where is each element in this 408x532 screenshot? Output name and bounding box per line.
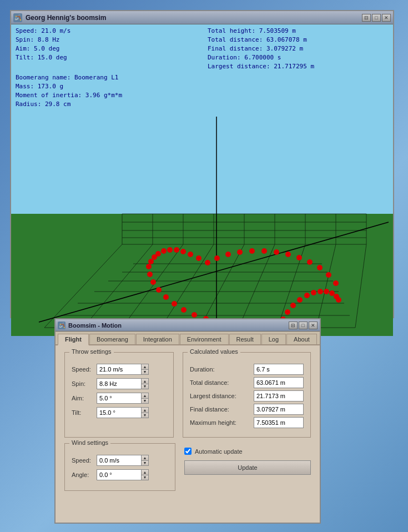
tilt-spinner: ▲ ▼ bbox=[141, 407, 149, 418]
aim-field-row: Aim: ▲ ▼ bbox=[72, 393, 167, 404]
wind-angle-spinner: ▲ ▼ bbox=[141, 469, 149, 480]
aim-spinner-up[interactable]: ▲ bbox=[142, 393, 148, 399]
aim-input[interactable] bbox=[97, 393, 141, 404]
aim-spinner-down[interactable]: ▼ bbox=[142, 399, 148, 404]
speed-label: Speed: bbox=[72, 366, 97, 373]
sim-info-bottom: Boomerang name: Boomerang L1 Mass: 173.0… bbox=[11, 73, 393, 111]
sim-window-title: Georg Hennig's boomsim bbox=[26, 14, 362, 22]
motion-minimize-button[interactable]: ⊟ bbox=[289, 322, 298, 329]
tabs-bar: Flight Boomerang Integration Environment… bbox=[56, 332, 320, 345]
sim-info-bar: Speed: 21.0 m/s Spin: 8.8 Hz Aim: 5.0 de… bbox=[11, 24, 393, 73]
wind-speed-spinner-up[interactable]: ▲ bbox=[142, 455, 148, 461]
spin-input[interactable] bbox=[97, 378, 141, 389]
auto-update-row: Automatic update bbox=[184, 448, 311, 455]
aim-label: Aim: bbox=[72, 395, 97, 401]
svg-point-64 bbox=[188, 252, 193, 257]
total-distance-calc-label: Total distance: bbox=[190, 379, 254, 386]
wind-angle-spinner-down[interactable]: ▼ bbox=[142, 475, 148, 480]
sim-info-left: Speed: 21.0 m/s Spin: 8.8 Hz Aim: 5.0 de… bbox=[16, 27, 197, 71]
svg-point-70 bbox=[152, 254, 157, 260]
spin-spinner: ▲ ▼ bbox=[141, 378, 149, 389]
throw-settings-legend: Throw settings bbox=[69, 348, 114, 355]
sim-minimize-button[interactable]: ⊟ bbox=[362, 14, 371, 22]
sim-total-distance-line: Total distance: 63.067078 m bbox=[208, 36, 389, 44]
svg-point-50 bbox=[333, 280, 339, 286]
spin-spinner-down[interactable]: ▼ bbox=[142, 384, 148, 389]
svg-point-78 bbox=[181, 307, 187, 313]
calc-values-legend: Calculated values bbox=[188, 348, 240, 355]
svg-point-47 bbox=[329, 290, 335, 296]
wind-speed-label: Speed: bbox=[72, 457, 97, 464]
sim-speed-line: Speed: 21.0 m/s bbox=[16, 27, 197, 36]
spin-spinner-up[interactable]: ▲ bbox=[142, 379, 148, 384]
spin-input-wrapper: ▲ ▼ bbox=[97, 378, 167, 389]
wind-speed-input[interactable] bbox=[97, 455, 141, 466]
svg-point-65 bbox=[180, 249, 186, 254]
svg-point-66 bbox=[174, 247, 179, 253]
update-button[interactable]: Update bbox=[184, 460, 311, 475]
svg-point-62 bbox=[205, 260, 210, 265]
tilt-label: Tilt: bbox=[72, 409, 97, 416]
tab-integration[interactable]: Integration bbox=[136, 334, 179, 344]
tab-about[interactable]: About bbox=[286, 334, 317, 344]
motion-close-button[interactable]: ✕ bbox=[309, 322, 318, 329]
wind-angle-spinner-up[interactable]: ▲ bbox=[142, 470, 148, 475]
wind-angle-input-wrapper: ▲ ▼ bbox=[97, 469, 168, 480]
speed-input[interactable] bbox=[97, 364, 141, 375]
svg-point-45 bbox=[318, 289, 323, 294]
motion-titlebar-buttons: ⊟ □ ✕ bbox=[289, 322, 318, 329]
svg-point-68 bbox=[161, 248, 167, 254]
wind-speed-spinner-down[interactable]: ▼ bbox=[142, 461, 148, 466]
duration-calc-row: Duration: bbox=[190, 364, 304, 375]
speed-spinner-down[interactable]: ▼ bbox=[142, 370, 148, 375]
sim-window: 🪃 Georg Hennig's boomsim ⊟ □ ✕ Speed: 21… bbox=[10, 10, 394, 318]
final-distance-calc-value bbox=[254, 404, 304, 415]
svg-point-63 bbox=[196, 255, 202, 261]
tab-flight[interactable]: Flight bbox=[58, 334, 89, 345]
tilt-spinner-down[interactable]: ▼ bbox=[142, 413, 148, 418]
svg-point-67 bbox=[167, 247, 173, 253]
svg-point-74 bbox=[150, 279, 156, 285]
right-controls: Automatic update Update bbox=[184, 443, 311, 475]
duration-calc-value bbox=[254, 364, 304, 375]
speed-spinner-up[interactable]: ▲ bbox=[142, 364, 148, 370]
motion-maximize-button[interactable]: □ bbox=[299, 322, 308, 329]
svg-point-53 bbox=[307, 259, 313, 265]
sim-largest-distance-line: Largest distance: 21.717295 m bbox=[208, 62, 389, 71]
svg-point-46 bbox=[324, 289, 329, 294]
sim-maximize-button[interactable]: □ bbox=[372, 14, 381, 22]
tab-result[interactable]: Result bbox=[229, 334, 261, 344]
sim-mass: Mass: 173.0 g bbox=[16, 82, 389, 91]
speed-spinner: ▲ ▼ bbox=[141, 364, 149, 375]
sim-info-right: Total height: 7.503509 m Total distance:… bbox=[197, 27, 389, 71]
tilt-input[interactable] bbox=[97, 407, 141, 418]
svg-point-58 bbox=[249, 248, 255, 254]
final-distance-calc-row: Final distance: bbox=[190, 404, 304, 415]
aim-spinner: ▲ ▼ bbox=[141, 393, 149, 404]
speed-input-wrapper: ▲ ▼ bbox=[97, 364, 167, 375]
aim-input-wrapper: ▲ ▼ bbox=[97, 393, 167, 404]
spin-label: Spin: bbox=[72, 380, 97, 387]
svg-point-57 bbox=[261, 248, 267, 254]
sim-close-button[interactable]: ✕ bbox=[382, 14, 391, 22]
tilt-field-row: Tilt: ▲ ▼ bbox=[72, 407, 167, 418]
sim-duration-line: Duration: 6.700000 s bbox=[208, 53, 389, 62]
tab-log[interactable]: Log bbox=[261, 334, 286, 344]
svg-point-52 bbox=[317, 265, 323, 270]
duration-calc-label: Duration: bbox=[190, 366, 254, 373]
wind-settings-legend: Wind settings bbox=[69, 439, 110, 446]
tab-boomerang[interactable]: Boomerang bbox=[89, 334, 135, 344]
sim-titlebar-buttons: ⊟ □ ✕ bbox=[362, 14, 391, 22]
sim-tilt-line: Tilt: 15.0 deg bbox=[16, 53, 197, 62]
auto-update-checkbox[interactable] bbox=[184, 448, 192, 455]
tab-environment[interactable]: Environment bbox=[180, 334, 229, 344]
total-distance-calc-value bbox=[254, 377, 304, 388]
sim-aim-line: Aim: 5.0 deg bbox=[16, 44, 197, 53]
svg-point-51 bbox=[326, 272, 331, 278]
wind-angle-input[interactable] bbox=[97, 469, 141, 480]
svg-point-44 bbox=[311, 290, 316, 295]
sim-3d-scene bbox=[11, 111, 393, 336]
tilt-spinner-up[interactable]: ▲ bbox=[142, 408, 148, 413]
wind-row: Wind settings Speed: ▲ ▼ Angle: bbox=[64, 443, 311, 496]
svg-point-77 bbox=[172, 301, 177, 307]
